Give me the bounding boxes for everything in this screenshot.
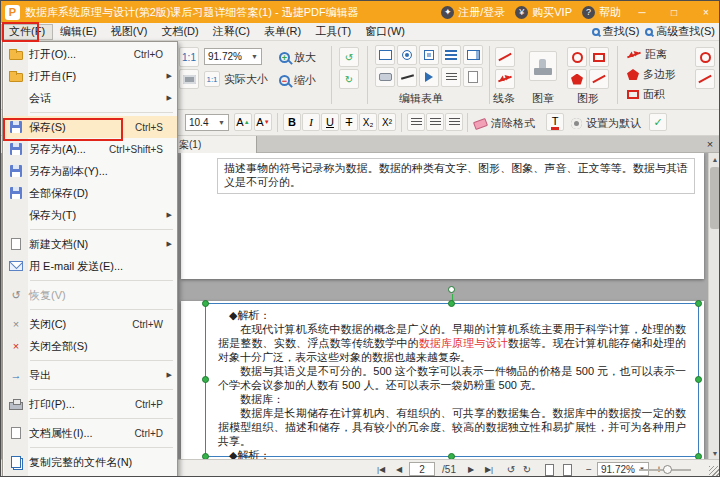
measure-circle-button[interactable] bbox=[695, 47, 715, 67]
zoom-out-button[interactable]: − 缩小 bbox=[279, 73, 316, 88]
zoom-out-status-button[interactable]: − bbox=[581, 462, 597, 477]
tab-close-icon[interactable]: × bbox=[703, 137, 717, 151]
zoom-in-button[interactable]: + 放大 bbox=[279, 50, 316, 65]
next-view-button[interactable]: ↻ bbox=[519, 462, 535, 477]
clear-format-button[interactable]: 清除格式 bbox=[474, 116, 535, 131]
first-page-button[interactable]: |◀ bbox=[373, 462, 389, 477]
align-left-button[interactable] bbox=[407, 113, 425, 131]
align-center-button[interactable] bbox=[426, 113, 444, 131]
shape-circle-button[interactable] bbox=[567, 47, 587, 67]
form-barcode-button[interactable] bbox=[441, 67, 461, 87]
menu-item-save-all[interactable]: 全部保存(D) bbox=[3, 182, 177, 204]
maximize-button[interactable]: □ bbox=[663, 4, 685, 20]
stamp-button[interactable] bbox=[529, 51, 557, 81]
actual-size-button[interactable]: 1:1 实际大小 bbox=[204, 71, 268, 87]
form-text-field-button[interactable] bbox=[375, 45, 395, 65]
align-right-button[interactable] bbox=[445, 113, 463, 131]
bold-button[interactable]: B bbox=[283, 113, 301, 131]
form-image-button[interactable] bbox=[463, 67, 483, 87]
resize-grip[interactable] bbox=[709, 466, 719, 476]
line-tool-button[interactable] bbox=[495, 47, 515, 67]
close-button[interactable]: × bbox=[695, 4, 717, 20]
subscript-button[interactable]: X₂ bbox=[359, 113, 377, 131]
font-decrease-button[interactable]: A▼ bbox=[254, 113, 272, 131]
selected-text-block[interactable]: ◆解析： 在现代计算机系统中数据的概念是广义的。早期的计算机系统主要用于科学计算… bbox=[205, 303, 699, 457]
underline-button[interactable]: U bbox=[321, 113, 339, 131]
rotate-left-button[interactable]: ↺ bbox=[339, 47, 359, 67]
menu-edit[interactable]: 编辑(E) bbox=[53, 24, 104, 40]
font-size-combobox[interactable]: 10.4 ▼ bbox=[185, 114, 229, 131]
shape-rectangle-button[interactable] bbox=[589, 47, 609, 67]
arrow-tool-button[interactable] bbox=[495, 69, 515, 89]
advanced-find-button[interactable]: 高级查找(S) bbox=[645, 24, 715, 39]
selection-handle-bottom-right[interactable] bbox=[695, 453, 702, 459]
distance-button[interactable]: 距离 bbox=[627, 47, 667, 62]
page-number-input[interactable]: 2 bbox=[409, 462, 435, 476]
actual-size-tile-icon[interactable]: 1:1 bbox=[179, 47, 199, 67]
menu-item-open-from[interactable]: 打开自(F) ▶ bbox=[3, 65, 177, 87]
find-button[interactable]: 查找(S) bbox=[592, 24, 640, 39]
menu-item-close[interactable]: × 关闭(C) Ctrl+W bbox=[3, 313, 177, 335]
selection-handle-mid-left[interactable] bbox=[202, 376, 209, 383]
selection-handle-top-right[interactable] bbox=[695, 300, 702, 307]
form-audio-button[interactable] bbox=[419, 67, 439, 87]
menu-item-print[interactable]: 打印(P)... Ctrl+P bbox=[3, 393, 177, 415]
next-page-button[interactable]: ▶ bbox=[463, 462, 479, 477]
menu-item-export[interactable]: → 导出 ▶ bbox=[3, 364, 177, 386]
form-checkbox-button[interactable] bbox=[419, 45, 439, 65]
rotation-handle[interactable] bbox=[448, 286, 455, 293]
menu-item-copy-full-filename[interactable]: 复制完整的文件名(N) bbox=[3, 451, 177, 473]
menu-item-close-all[interactable]: × 关闭全部(S) bbox=[3, 335, 177, 357]
menu-form[interactable]: 表单(R) bbox=[257, 24, 308, 40]
help-button[interactable]: ? 帮助 bbox=[582, 5, 621, 20]
register-login-button[interactable]: ✦ 注册/登录 bbox=[441, 5, 505, 20]
menu-window[interactable]: 窗口(W) bbox=[358, 24, 412, 40]
last-page-button[interactable]: ▶| bbox=[481, 462, 497, 477]
strikethrough-button[interactable]: T bbox=[340, 113, 358, 131]
shape-line-button[interactable] bbox=[589, 69, 609, 89]
continuous-view-button[interactable] bbox=[559, 462, 575, 477]
menu-item-open-containing-folder[interactable]: 打开所在文件夹(X) bbox=[3, 473, 177, 477]
form-pushbutton-button[interactable] bbox=[375, 67, 395, 87]
zoom-slider-thumb[interactable] bbox=[663, 465, 672, 474]
selection-handle-bottom-center[interactable] bbox=[448, 453, 455, 459]
menu-item-new-document[interactable]: 新建文档(N) ▶ bbox=[3, 233, 177, 255]
text-element-box[interactable]: 描述事物的符号记录称为数据。数据的种类有文字、图形、图象、声音、正文等等。数据与… bbox=[217, 158, 695, 194]
menu-comment[interactable]: 注释(C) bbox=[206, 24, 257, 40]
menu-item-open[interactable]: 打开(O)... Ctrl+O bbox=[3, 43, 177, 65]
menu-document[interactable]: 文档(D) bbox=[154, 24, 205, 40]
scroll-down-icon[interactable]: ▼ bbox=[709, 447, 720, 459]
snapshot-icon[interactable] bbox=[179, 69, 199, 89]
previous-page-button[interactable]: ◀ bbox=[391, 462, 407, 477]
single-page-view-button[interactable] bbox=[541, 462, 557, 477]
vertical-scrollbar[interactable]: ▲ ▼ bbox=[708, 153, 720, 459]
form-signature-button[interactable] bbox=[397, 67, 417, 87]
menu-view[interactable]: 视图(V) bbox=[104, 24, 155, 40]
menu-tools[interactable]: 工具(T) bbox=[308, 24, 358, 40]
menu-item-session[interactable]: 会话 ▶ bbox=[3, 87, 177, 109]
menu-item-save-copy[interactable]: 另存为副本(Y)... bbox=[3, 160, 177, 182]
form-combobox-button[interactable] bbox=[463, 45, 483, 65]
scroll-up-icon[interactable]: ▲ bbox=[709, 153, 720, 165]
measure-line-button[interactable] bbox=[695, 69, 715, 89]
scrollbar-thumb[interactable] bbox=[710, 167, 720, 229]
selection-handle-bottom-left[interactable] bbox=[202, 453, 209, 459]
previous-view-button[interactable]: ↺ bbox=[503, 462, 519, 477]
form-listbox-button[interactable] bbox=[441, 45, 461, 65]
rotate-right-button[interactable]: ↻ bbox=[339, 69, 359, 89]
menu-item-document-properties[interactable]: 文档属性(I)... Ctrl+D bbox=[3, 422, 177, 444]
area-button[interactable]: 面积 bbox=[627, 87, 665, 102]
polygon-measure-button[interactable]: 多边形 bbox=[627, 67, 676, 82]
text-color-button[interactable]: T bbox=[546, 113, 564, 131]
superscript-button[interactable]: X² bbox=[378, 113, 396, 131]
font-increase-button[interactable]: A▲ bbox=[234, 113, 252, 131]
buy-vip-button[interactable]: ¥ 购买VIP bbox=[515, 5, 572, 20]
selection-handle-top-left[interactable] bbox=[202, 300, 209, 307]
zoom-slider[interactable] bbox=[639, 469, 691, 471]
menu-item-email[interactable]: 用 E-mail 发送(E)... bbox=[3, 255, 177, 277]
selection-handle-mid-right[interactable] bbox=[695, 376, 702, 383]
minimize-button[interactable]: ─ bbox=[631, 4, 653, 20]
selection-handle-top-center[interactable] bbox=[448, 300, 455, 307]
form-radio-button[interactable] bbox=[397, 45, 417, 65]
set-default-button[interactable]: 设置为默认 bbox=[571, 116, 641, 131]
